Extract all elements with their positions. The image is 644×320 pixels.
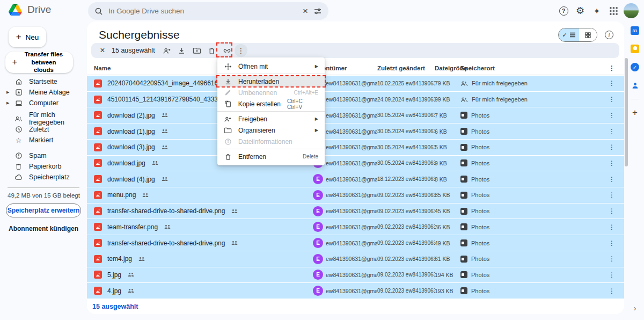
footer-selected-count[interactable]: 15 ausgewählt xyxy=(92,303,138,310)
table-row[interactable]: download (3).jpg E ew841390631@gmail.com… xyxy=(87,140,624,156)
account-avatar[interactable] xyxy=(624,3,639,18)
table-row[interactable]: download (4).jpg E ew841390631@gmail.com… xyxy=(87,171,624,187)
row-overflow-icon[interactable]: ⋮ xyxy=(609,79,615,87)
owner-email: ew841390631@gmail.com xyxy=(326,160,377,166)
share-add-person-icon[interactable] xyxy=(163,45,171,56)
column-header-modified[interactable]: Zuletzt geändert xyxy=(377,65,435,71)
menu-item-file-info[interactable]: Dateiinformationen xyxy=(217,136,325,147)
file-location[interactable]: Photos xyxy=(460,192,604,199)
table-row[interactable]: 451001145_1214391672798540_4333821277379… xyxy=(87,92,624,108)
table-row[interactable]: download (1).jpg E ew841390631@gmail.com… xyxy=(87,123,624,140)
table-row[interactable]: transfer-shared-drive-to-shared-drive.pn… xyxy=(87,203,624,220)
file-location[interactable]: Photos xyxy=(460,239,604,246)
transfer-files-button[interactable]: + Transfer files between clouds xyxy=(5,52,73,73)
row-overflow-icon[interactable]: ⋮ xyxy=(609,96,615,103)
table-row[interactable]: 20240704042209534_image_449661641_171326… xyxy=(87,76,624,92)
sidebar-nav: Startseite ▶ Meine Ablage ▶ Computer xyxy=(0,76,87,183)
add-addon-icon[interactable]: + xyxy=(626,104,644,122)
list-view-button[interactable]: ✓ xyxy=(559,28,579,41)
download-icon[interactable] xyxy=(178,45,186,56)
row-overflow-icon[interactable]: ⋮ xyxy=(609,223,615,231)
trash-icon[interactable] xyxy=(208,45,216,56)
details-info-icon[interactable]: i xyxy=(605,31,613,39)
cancel-subscription-link[interactable]: Abonnement kündigen xyxy=(0,225,87,232)
row-overflow-icon[interactable]: ⋮ xyxy=(609,239,615,247)
copy-link-icon[interactable] xyxy=(223,45,231,56)
gemini-sparkle-icon[interactable]: ✦ xyxy=(590,4,603,17)
table-row[interactable]: download (2).jpg E ew841390631@gmail.com… xyxy=(87,107,624,123)
sidebar-item-papierkorb[interactable]: Papierkorb xyxy=(0,161,87,172)
file-location[interactable]: Photos xyxy=(460,112,604,119)
menu-item-organize[interactable]: Organisieren ▶ xyxy=(217,125,325,136)
sidebar-item-spam[interactable]: Spam xyxy=(0,150,87,161)
search-input[interactable] xyxy=(108,7,297,15)
menu-item-label: Herunterladen xyxy=(238,78,318,85)
search-filter-icon[interactable] xyxy=(313,7,322,16)
contacts-icon[interactable] xyxy=(626,76,644,94)
more-actions-icon[interactable]: ⋮ xyxy=(235,44,247,57)
row-overflow-icon[interactable]: ⋮ xyxy=(609,191,615,199)
file-location[interactable]: Photos xyxy=(460,176,604,183)
get-more-storage-button[interactable]: Speicherplatz erweitern xyxy=(6,203,81,217)
file-location[interactable]: Für mich freigegeben xyxy=(460,80,604,86)
file-location[interactable]: Photos xyxy=(460,144,604,151)
file-location[interactable]: Photos xyxy=(460,256,604,263)
sidebar-item-zuletzt[interactable]: Zuletzt xyxy=(0,124,87,135)
table-row[interactable]: download.jpg E ew841390631@gmail.com 30.… xyxy=(87,156,624,172)
google-apps-grid-icon[interactable] xyxy=(607,4,620,17)
file-location[interactable]: Photos xyxy=(460,271,604,278)
sidebar-item-fuer-mich-freigegeben[interactable]: Für mich freigegeben xyxy=(0,113,87,124)
file-location[interactable]: Photos xyxy=(460,287,604,294)
row-overflow-icon[interactable]: ⋮ xyxy=(609,143,615,151)
row-overflow-icon[interactable]: ⋮ xyxy=(609,255,615,263)
grid-view-button[interactable] xyxy=(579,28,597,41)
help-icon[interactable]: ? xyxy=(557,4,570,17)
sidebar-item-startseite[interactable]: Startseite xyxy=(0,76,87,87)
new-button[interactable]: + Neu xyxy=(9,27,46,47)
file-location[interactable]: Photos xyxy=(460,208,604,215)
row-overflow-icon[interactable]: ⋮ xyxy=(609,176,615,183)
sidebar-item-computer[interactable]: ▶ Computer xyxy=(0,98,87,108)
table-row[interactable]: menu.png E ew841390631@gmail.com 09.02.2… xyxy=(87,187,624,203)
menu-item-download[interactable]: Herunterladen xyxy=(217,76,325,87)
settings-gear-icon[interactable]: ⚙ xyxy=(574,4,587,17)
row-overflow-icon[interactable]: ⋮ xyxy=(609,128,615,135)
clear-search-icon[interactable]: × xyxy=(303,6,308,17)
owner-email: ew841390631@gmail.com xyxy=(326,96,377,103)
keep-icon[interactable] xyxy=(626,40,644,58)
column-header-location[interactable]: Speicherort xyxy=(460,65,604,71)
row-overflow-icon[interactable]: ⋮ xyxy=(609,287,615,295)
clear-selection-icon[interactable]: × xyxy=(98,46,107,55)
menu-item-remove[interactable]: Entfernen Delete xyxy=(217,151,325,162)
column-header-size[interactable]: Dateigröße xyxy=(435,65,460,71)
table-row[interactable]: 4.jpg E ew841390631@gmail.com 09.02.2023… xyxy=(87,283,624,299)
collapse-panel-icon[interactable]: › xyxy=(626,304,644,312)
menu-item-share[interactable]: Freigeben ▶ xyxy=(217,113,325,125)
expand-arrow-icon[interactable]: ▶ xyxy=(6,101,9,105)
menu-item-open-with[interactable]: Öffnen mit ▶ xyxy=(217,61,325,72)
row-overflow-icon[interactable]: ⋮ xyxy=(609,159,615,167)
sidebar-item-speicherplatz[interactable]: Speicherplatz xyxy=(0,172,87,183)
file-location[interactable]: Für mich freigegeben xyxy=(460,96,604,103)
expand-arrow-icon[interactable]: ▶ xyxy=(6,90,9,94)
menu-item-make-copy[interactable]: Kopie erstellen Ctrl+C Ctrl+V xyxy=(217,98,325,110)
table-row[interactable]: 5.jpg E ew841390631@gmail.com 09.02.2023… xyxy=(87,267,624,283)
sidebar-item-markiert[interactable]: ☆ Markiert xyxy=(0,135,87,146)
search-bar[interactable]: × xyxy=(88,2,328,20)
file-location[interactable]: Photos xyxy=(460,223,604,230)
tasks-icon[interactable]: ✓ xyxy=(626,58,644,76)
table-row[interactable]: tem4.jpg E ew841390631@gmail.com 09.02.2… xyxy=(87,251,624,267)
file-location[interactable]: Photos xyxy=(460,159,604,166)
table-row[interactable]: transfer-shared-drive-to-shared-drive.pn… xyxy=(87,235,624,251)
row-overflow-icon[interactable]: ⋮ xyxy=(609,271,615,279)
table-row[interactable]: team-transfer.png E ew841390631@gmail.co… xyxy=(87,219,624,235)
file-location[interactable]: Photos xyxy=(460,128,604,135)
menu-item-rename[interactable]: Umbenennen Ctrl+Alt+E xyxy=(217,87,325,98)
row-overflow-icon[interactable]: ⋮ xyxy=(609,207,615,215)
search-icon[interactable] xyxy=(94,7,103,16)
column-settings-icon[interactable]: ⋮ xyxy=(609,64,615,72)
calendar-icon[interactable]: 31 xyxy=(626,21,644,40)
move-to-folder-icon[interactable] xyxy=(193,45,201,56)
sidebar-item-meine-ablage[interactable]: ▶ Meine Ablage xyxy=(0,87,87,98)
row-overflow-icon[interactable]: ⋮ xyxy=(609,112,615,119)
